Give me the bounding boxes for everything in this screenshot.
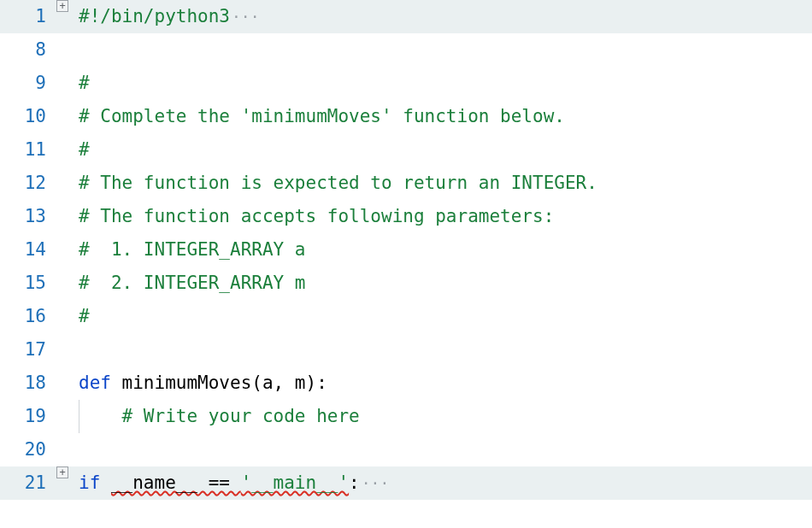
code-line[interactable]: 10# Complete the 'minimumMoves' function… <box>0 100 812 133</box>
code-token: __name__ == <box>111 472 241 493</box>
code-token: # <box>79 306 90 326</box>
code-line[interactable]: 17 <box>0 333 812 367</box>
code-content[interactable]: # Complete the 'minimumMoves' function b… <box>74 100 812 133</box>
code-line[interactable]: 8 <box>0 33 812 67</box>
code-content[interactable]: # <box>74 133 812 167</box>
code-token <box>79 406 122 426</box>
code-line[interactable]: 12# The function is expected to return a… <box>0 167 812 200</box>
code-line[interactable]: 13# The function accepts following param… <box>0 200 812 233</box>
line-number: 15 <box>0 267 51 300</box>
code-line[interactable]: 14# 1. INTEGER_ARRAY a <box>0 233 812 267</box>
code-content[interactable]: # <box>74 300 812 333</box>
code-content[interactable]: # The function accepts following paramet… <box>74 200 812 233</box>
code-line[interactable]: 18def minimumMoves(a, m): <box>0 367 812 400</box>
code-line[interactable]: 11# <box>0 133 812 167</box>
code-token: ··· <box>230 8 260 26</box>
line-number: 17 <box>0 333 51 367</box>
line-number: 9 <box>0 67 51 100</box>
fold-gutter: + <box>51 466 74 478</box>
code-line[interactable]: 15# 2. INTEGER_ARRAY m <box>0 267 812 300</box>
expand-fold-icon[interactable]: + <box>56 0 68 12</box>
line-number: 11 <box>0 133 51 167</box>
code-content[interactable]: # Write your code here <box>74 400 812 433</box>
code-line[interactable]: 9# <box>0 67 812 100</box>
code-token: def <box>79 373 122 393</box>
line-number: 21 <box>0 466 51 500</box>
code-content[interactable]: def minimumMoves(a, m): <box>74 367 812 400</box>
code-token: # <box>79 73 90 93</box>
code-content[interactable]: # 2. INTEGER_ARRAY m <box>74 267 812 300</box>
code-token: # The function is expected to return an … <box>79 173 597 193</box>
code-line[interactable]: 16# <box>0 300 812 333</box>
code-content[interactable]: # The function is expected to return an … <box>74 167 812 200</box>
code-line[interactable]: 21+if __name__ == '__main__':··· <box>0 466 812 500</box>
line-number: 10 <box>0 100 51 133</box>
code-content[interactable]: if __name__ == '__main__':··· <box>74 466 812 500</box>
code-line[interactable]: 1+#!/bin/python3··· <box>0 0 812 33</box>
code-token: (a, m): <box>251 373 327 393</box>
indent-guide <box>79 400 79 433</box>
line-number: 8 <box>0 33 51 67</box>
code-content[interactable]: # <box>74 67 812 100</box>
code-token: # Complete the 'minimumMoves' function b… <box>79 106 565 126</box>
code-token: # The function accepts following paramet… <box>79 206 554 226</box>
code-token: #!/bin/python3 <box>79 6 230 26</box>
line-number: 19 <box>0 400 51 433</box>
line-number: 18 <box>0 367 51 400</box>
line-number: 13 <box>0 200 51 233</box>
code-token: '__main__' <box>241 472 349 493</box>
line-number: 14 <box>0 233 51 267</box>
code-token: minimumMoves <box>122 373 252 393</box>
code-line[interactable]: 19 # Write your code here <box>0 400 812 433</box>
line-number: 1 <box>0 0 51 33</box>
code-token: if <box>79 472 111 493</box>
code-line[interactable]: 20 <box>0 433 812 466</box>
code-token: # 1. INTEGER_ARRAY a <box>79 239 306 260</box>
code-token: : <box>349 472 360 493</box>
code-token: # Write your code here <box>122 406 360 426</box>
line-number: 16 <box>0 300 51 333</box>
code-content[interactable]: # 1. INTEGER_ARRAY a <box>74 233 812 267</box>
code-editor[interactable]: 1+#!/bin/python3···89#10# Complete the '… <box>0 0 812 500</box>
fold-gutter: + <box>51 0 74 12</box>
code-token: # 2. INTEGER_ARRAY m <box>79 273 306 293</box>
code-content[interactable]: #!/bin/python3··· <box>74 0 812 33</box>
line-number: 12 <box>0 167 51 200</box>
line-number: 20 <box>0 433 51 466</box>
code-token: ··· <box>360 474 390 492</box>
code-token: # <box>79 139 90 160</box>
expand-fold-icon[interactable]: + <box>56 466 68 478</box>
